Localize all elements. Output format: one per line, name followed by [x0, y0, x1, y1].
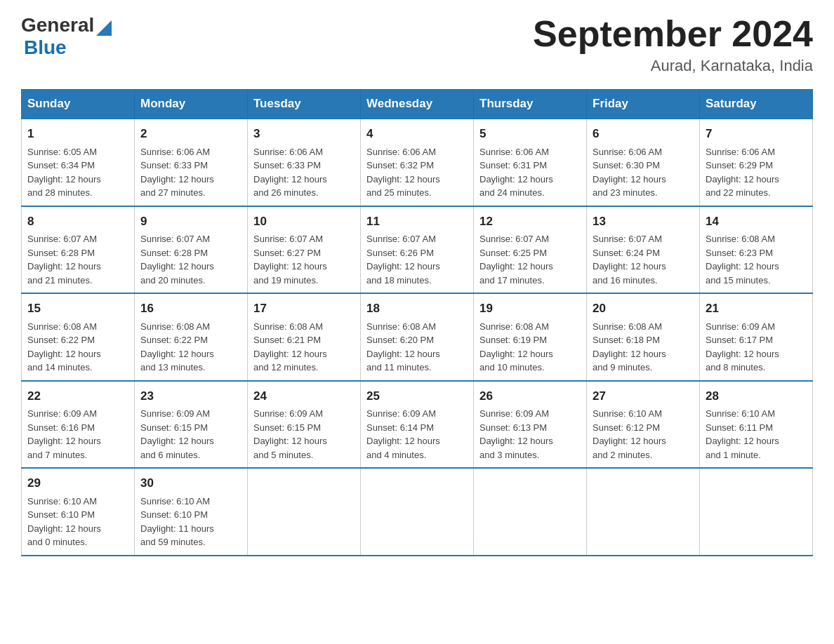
calendar-cell: 21Sunrise: 6:09 AMSunset: 6:17 PMDayligh… [700, 293, 813, 381]
day-info: Sunrise: 6:06 AMSunset: 6:32 PMDaylight:… [366, 145, 468, 200]
day-number: 12 [479, 213, 581, 231]
weekday-header-sunday: Sunday [22, 90, 135, 119]
day-number: 19 [479, 300, 581, 318]
calendar-cell: 18Sunrise: 6:08 AMSunset: 6:20 PMDayligh… [361, 293, 474, 381]
day-number: 18 [366, 300, 468, 318]
day-number: 20 [593, 300, 694, 318]
day-info: Sunrise: 6:07 AMSunset: 6:28 PMDaylight:… [27, 232, 128, 287]
logo-row1: General [21, 14, 112, 36]
calendar-cell: 29Sunrise: 6:10 AMSunset: 6:10 PMDayligh… [22, 468, 135, 556]
day-info: Sunrise: 6:08 AMSunset: 6:23 PMDaylight:… [706, 232, 807, 287]
calendar-cell [474, 468, 587, 556]
day-info: Sunrise: 6:09 AMSunset: 6:13 PMDaylight:… [479, 407, 581, 462]
calendar-cell: 19Sunrise: 6:08 AMSunset: 6:19 PMDayligh… [474, 293, 587, 381]
month-title: September 2024 [533, 14, 813, 54]
calendar-cell: 11Sunrise: 6:07 AMSunset: 6:26 PMDayligh… [361, 206, 474, 294]
calendar-cell: 25Sunrise: 6:09 AMSunset: 6:14 PMDayligh… [361, 381, 474, 469]
location-title: Aurad, Karnataka, India [533, 57, 813, 75]
day-info: Sunrise: 6:06 AMSunset: 6:31 PMDaylight:… [479, 145, 581, 200]
calendar-cell: 20Sunrise: 6:08 AMSunset: 6:18 PMDayligh… [587, 293, 700, 381]
calendar-cell [248, 468, 361, 556]
day-number: 27 [593, 387, 694, 405]
day-number: 9 [140, 213, 241, 231]
calendar-cell: 30Sunrise: 6:10 AMSunset: 6:10 PMDayligh… [135, 468, 248, 556]
page-header: General Blue September 2024 Aurad, Karna… [21, 14, 813, 75]
calendar-cell: 10Sunrise: 6:07 AMSunset: 6:27 PMDayligh… [248, 206, 361, 294]
day-info: Sunrise: 6:08 AMSunset: 6:21 PMDaylight:… [253, 320, 355, 375]
day-info: Sunrise: 6:06 AMSunset: 6:30 PMDaylight:… [593, 145, 694, 200]
weekday-header-thursday: Thursday [474, 90, 587, 119]
day-number: 6 [593, 125, 694, 143]
day-info: Sunrise: 6:08 AMSunset: 6:19 PMDaylight:… [479, 320, 581, 375]
logo-triangle-icon [96, 16, 112, 36]
day-info: Sunrise: 6:08 AMSunset: 6:18 PMDaylight:… [593, 320, 694, 375]
calendar-cell: 6Sunrise: 6:06 AMSunset: 6:30 PMDaylight… [587, 119, 700, 206]
calendar-cell: 23Sunrise: 6:09 AMSunset: 6:15 PMDayligh… [135, 381, 248, 469]
calendar-cell: 17Sunrise: 6:08 AMSunset: 6:21 PMDayligh… [248, 293, 361, 381]
logo-row2: Blue [24, 36, 112, 59]
title-block: September 2024 Aurad, Karnataka, India [533, 14, 813, 75]
day-info: Sunrise: 6:05 AMSunset: 6:34 PMDaylight:… [27, 145, 128, 200]
day-number: 23 [140, 387, 241, 405]
day-info: Sunrise: 6:10 AMSunset: 6:10 PMDaylight:… [140, 495, 241, 549]
day-info: Sunrise: 6:06 AMSunset: 6:29 PMDaylight:… [706, 145, 807, 200]
week-row-2: 8Sunrise: 6:07 AMSunset: 6:28 PMDaylight… [22, 206, 813, 294]
calendar-cell: 2Sunrise: 6:06 AMSunset: 6:33 PMDaylight… [135, 119, 248, 206]
calendar-cell: 22Sunrise: 6:09 AMSunset: 6:16 PMDayligh… [22, 381, 135, 469]
day-number: 30 [140, 474, 241, 492]
day-number: 11 [366, 213, 468, 231]
week-row-1: 1Sunrise: 6:05 AMSunset: 6:34 PMDaylight… [22, 119, 813, 206]
day-info: Sunrise: 6:07 AMSunset: 6:28 PMDaylight:… [140, 232, 241, 287]
day-info: Sunrise: 6:08 AMSunset: 6:20 PMDaylight:… [366, 320, 468, 375]
day-info: Sunrise: 6:07 AMSunset: 6:26 PMDaylight:… [366, 232, 468, 287]
day-number: 13 [593, 213, 694, 231]
day-info: Sunrise: 6:08 AMSunset: 6:22 PMDaylight:… [27, 320, 128, 375]
calendar-cell: 24Sunrise: 6:09 AMSunset: 6:15 PMDayligh… [248, 381, 361, 469]
day-info: Sunrise: 6:10 AMSunset: 6:10 PMDaylight:… [27, 495, 128, 549]
day-number: 8 [27, 213, 128, 231]
logo-general-text: General [21, 14, 94, 36]
svg-marker-0 [96, 20, 112, 36]
day-info: Sunrise: 6:06 AMSunset: 6:33 PMDaylight:… [253, 145, 355, 200]
calendar-header: SundayMondayTuesdayWednesdayThursdayFrid… [22, 90, 813, 119]
calendar-cell [700, 468, 813, 556]
logo-blue-text: Blue [24, 36, 67, 58]
day-info: Sunrise: 6:08 AMSunset: 6:22 PMDaylight:… [140, 320, 241, 375]
day-number: 1 [27, 125, 128, 143]
day-info: Sunrise: 6:07 AMSunset: 6:24 PMDaylight:… [593, 232, 694, 287]
calendar-cell: 27Sunrise: 6:10 AMSunset: 6:12 PMDayligh… [587, 381, 700, 469]
day-number: 17 [253, 300, 355, 318]
weekday-header-row: SundayMondayTuesdayWednesdayThursdayFrid… [22, 90, 813, 119]
day-number: 10 [253, 213, 355, 231]
calendar-cell: 28Sunrise: 6:10 AMSunset: 6:11 PMDayligh… [700, 381, 813, 469]
day-number: 7 [706, 125, 807, 143]
day-info: Sunrise: 6:07 AMSunset: 6:27 PMDaylight:… [253, 232, 355, 287]
day-number: 4 [366, 125, 468, 143]
day-number: 5 [479, 125, 581, 143]
calendar-cell [361, 468, 474, 556]
calendar-cell: 16Sunrise: 6:08 AMSunset: 6:22 PMDayligh… [135, 293, 248, 381]
weekday-header-wednesday: Wednesday [361, 90, 474, 119]
week-row-4: 22Sunrise: 6:09 AMSunset: 6:16 PMDayligh… [22, 381, 813, 469]
calendar-cell: 8Sunrise: 6:07 AMSunset: 6:28 PMDaylight… [22, 206, 135, 294]
day-info: Sunrise: 6:06 AMSunset: 6:33 PMDaylight:… [140, 145, 241, 200]
calendar-cell: 1Sunrise: 6:05 AMSunset: 6:34 PMDaylight… [22, 119, 135, 206]
calendar-table: SundayMondayTuesdayWednesdayThursdayFrid… [21, 89, 813, 556]
calendar-body: 1Sunrise: 6:05 AMSunset: 6:34 PMDaylight… [22, 119, 813, 556]
day-info: Sunrise: 6:09 AMSunset: 6:15 PMDaylight:… [140, 407, 241, 462]
calendar-cell [587, 468, 700, 556]
day-info: Sunrise: 6:09 AMSunset: 6:14 PMDaylight:… [366, 407, 468, 462]
day-number: 21 [706, 300, 807, 318]
calendar-cell: 9Sunrise: 6:07 AMSunset: 6:28 PMDaylight… [135, 206, 248, 294]
day-info: Sunrise: 6:10 AMSunset: 6:11 PMDaylight:… [706, 407, 807, 462]
day-number: 25 [366, 387, 468, 405]
day-number: 15 [27, 300, 128, 318]
day-number: 24 [253, 387, 355, 405]
day-info: Sunrise: 6:09 AMSunset: 6:15 PMDaylight:… [253, 407, 355, 462]
calendar-cell: 26Sunrise: 6:09 AMSunset: 6:13 PMDayligh… [474, 381, 587, 469]
day-info: Sunrise: 6:10 AMSunset: 6:12 PMDaylight:… [593, 407, 694, 462]
day-number: 2 [140, 125, 241, 143]
weekday-header-saturday: Saturday [700, 90, 813, 119]
calendar-cell: 14Sunrise: 6:08 AMSunset: 6:23 PMDayligh… [700, 206, 813, 294]
calendar-cell: 4Sunrise: 6:06 AMSunset: 6:32 PMDaylight… [361, 119, 474, 206]
